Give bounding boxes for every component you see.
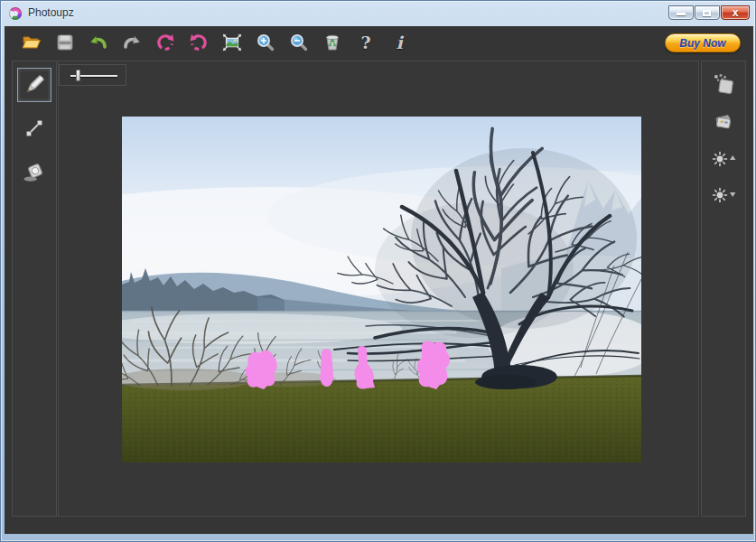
minimize-icon [677,13,686,15]
left-tool-panel [12,61,57,517]
help-glyph: ? [360,34,370,51]
pencil-icon [23,73,46,97]
status-strip [5,518,753,534]
info-glyph: i [396,34,402,51]
maximize-button[interactable] [695,5,720,20]
rotate-ccw-button[interactable] [154,31,176,54]
close-icon: x [722,6,749,19]
zoom-in-icon [255,32,276,53]
fit-image-button[interactable] [221,31,243,54]
brightness-up-icon [710,148,737,170]
undo-arrow-icon [88,32,109,53]
photo-canvas[interactable] [122,117,641,463]
right-tool-panel [701,61,746,517]
brightness-down-icon [710,184,737,206]
textures-tool[interactable] [708,107,739,136]
main-toolbar: ? i Buy Now [5,26,753,59]
brightness-up-tool[interactable] [706,145,741,173]
undo-button[interactable] [88,31,109,54]
brush-size-slider-thumb[interactable] [76,70,80,81]
rotate-cw-icon [188,32,210,53]
save-icon [54,32,76,53]
buy-now-button[interactable]: Buy Now [665,33,741,52]
app-window: Photoupz x [0,0,756,542]
window-controls: x [667,5,750,20]
help-button[interactable]: ? [355,31,377,54]
recycle-bin-icon [322,32,343,53]
photo-stack-icon [711,110,736,134]
zoom-out-icon [288,32,310,53]
remover-tool-icon [23,160,46,183]
info-button[interactable]: i [388,31,410,54]
folder-open-icon [21,32,42,53]
canvas-panel[interactable] [58,61,699,517]
delete-button[interactable] [322,31,343,54]
brightness-down-tool[interactable] [706,182,741,209]
buy-now-label: Buy Now [671,35,734,52]
marker-brush-tool[interactable] [17,68,51,102]
app-logo-icon [9,7,22,20]
open-button[interactable] [21,31,42,54]
remove-fragments-tool[interactable] [708,70,739,98]
app-body: ? i Buy Now [5,26,753,534]
zoom-in-button[interactable] [255,31,276,54]
titlebar[interactable]: Photoupz x [1,1,755,26]
line-tool-icon [23,117,45,139]
fragments-icon [712,72,735,96]
window-title: Photoupz [28,6,74,19]
save-button[interactable] [54,31,76,54]
redo-arrow-icon [121,32,143,53]
minimize-button[interactable] [668,5,694,20]
rotate-ccw-icon [154,32,176,53]
close-button[interactable]: x [721,5,750,20]
maximize-icon [703,10,711,16]
rotate-cw-button[interactable] [188,31,210,54]
line-marker-tool[interactable] [17,111,51,145]
fit-image-icon [221,32,243,53]
zoom-out-button[interactable] [288,31,310,54]
lakeside-photo [122,117,641,463]
object-remover-tool[interactable] [17,154,51,189]
brush-size-slider-box [59,64,126,86]
redo-button[interactable] [121,31,143,54]
